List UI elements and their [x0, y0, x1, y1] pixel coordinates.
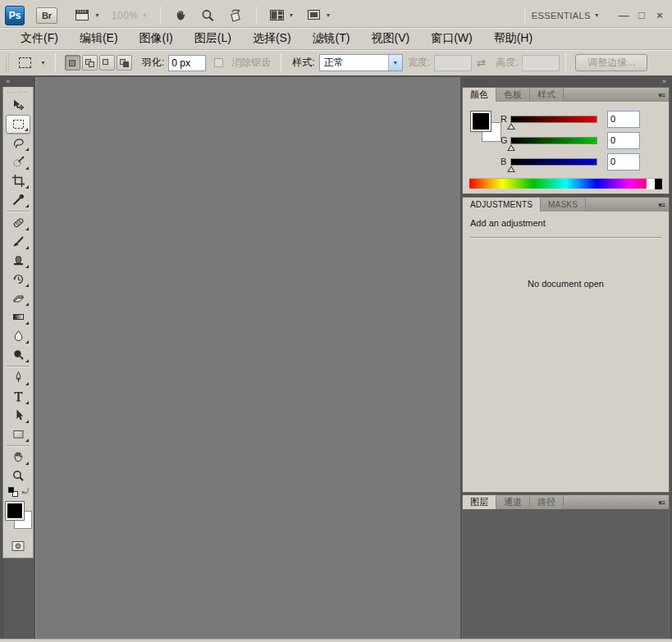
menu-edit[interactable]: 编辑(E) — [69, 29, 129, 48]
color-tabbar: 颜色 色板 样式 ▾≡ — [463, 88, 669, 102]
divider — [7, 366, 30, 367]
view-extras-button[interactable]: ▼ — [75, 8, 100, 22]
lasso-icon — [11, 136, 25, 150]
tab-color[interactable]: 颜色 — [463, 88, 496, 102]
quick-mask-button[interactable] — [6, 536, 30, 555]
hand-tool[interactable] — [6, 448, 30, 467]
blur-tool[interactable] — [6, 326, 30, 345]
crop-tool[interactable] — [6, 171, 30, 190]
rectangular-marquee-tool[interactable] — [6, 115, 30, 134]
default-colors-icon[interactable] — [8, 487, 14, 493]
chevron-down-icon: ▼ — [326, 12, 331, 18]
spot-healing-brush-tool[interactable] — [6, 213, 30, 232]
zoom-tool[interactable] — [6, 467, 30, 485]
blue-slider[interactable] — [510, 158, 597, 166]
rectangular-marquee-icon — [11, 117, 25, 131]
tab-layers[interactable]: 图层 — [463, 495, 496, 509]
white-swatch[interactable] — [647, 179, 655, 189]
brush-tool[interactable] — [6, 232, 30, 251]
gradient-tool[interactable] — [6, 307, 30, 326]
dock-collapse-bar[interactable]: » — [462, 77, 670, 87]
new-selection-button[interactable] — [65, 55, 80, 71]
swap-colors-icon[interactable]: ⤾ — [22, 486, 29, 496]
slider-thumb[interactable] — [507, 144, 515, 151]
menu-help[interactable]: 帮助(H) — [483, 29, 543, 48]
lasso-tool[interactable] — [6, 134, 30, 153]
type-tool[interactable] — [6, 387, 30, 406]
hand-tool-button[interactable] — [173, 8, 189, 23]
tab-paths[interactable]: 路径 — [530, 495, 564, 509]
swap-dimensions-icon[interactable]: ⇄ — [477, 57, 486, 69]
clone-stamp-icon — [11, 253, 25, 267]
panel-menu-icon[interactable]: ▾≡ — [658, 201, 669, 209]
restore-button[interactable]: □ — [634, 9, 649, 21]
quick-selection-tool[interactable] — [6, 153, 30, 171]
options-bar-grip[interactable] — [5, 53, 11, 73]
dodge-tool[interactable] — [6, 345, 30, 364]
path-selection-tool[interactable] — [6, 406, 30, 425]
zoom-tool-button[interactable] — [200, 8, 216, 23]
width-input[interactable] — [434, 55, 472, 71]
history-brush-tool[interactable] — [6, 270, 30, 289]
launch-bridge-button[interactable]: Br — [36, 7, 57, 24]
toolbox-grip[interactable] — [7, 89, 30, 94]
adjustments-panel-group: ADJUSTMENTS MASKS ▾≡ Add an adjustment N… — [462, 197, 670, 493]
green-slider[interactable] — [510, 137, 597, 144]
menu-layer[interactable]: 图层(L) — [184, 29, 242, 48]
rotate-view-button[interactable] — [227, 8, 244, 23]
menu-window[interactable]: 窗口(W) — [420, 29, 483, 48]
green-value-input[interactable] — [607, 132, 640, 149]
menu-file[interactable]: 文件(F) — [10, 29, 69, 48]
workspace-switcher[interactable]: ESSENTIALS ▼ — [532, 11, 600, 20]
subtract-from-selection-icon — [103, 59, 112, 67]
refine-edge-button[interactable]: 调整边缘... — [575, 54, 647, 71]
healing-brush-icon — [11, 216, 25, 230]
clone-stamp-tool[interactable] — [6, 251, 30, 270]
add-adjustment-label: Add an adjustment — [470, 218, 661, 228]
screen-mode-button[interactable]: ▼ — [306, 8, 331, 22]
foreground-color-swatch[interactable] — [470, 111, 491, 132]
feather-input[interactable] — [168, 55, 206, 71]
workspace-label: ESSENTIALS — [532, 11, 591, 20]
move-tool[interactable] — [6, 96, 30, 115]
menu-view[interactable]: 视图(V) — [360, 29, 420, 48]
red-value-input[interactable] — [607, 111, 640, 128]
crop-icon — [11, 174, 25, 188]
chevron-down-icon[interactable]: ▼ — [388, 55, 402, 71]
blue-value-input[interactable] — [607, 153, 640, 171]
application-bar: Ps Br ▼ 100% ▼ — [0, 0, 672, 27]
tab-swatches[interactable]: 色板 — [496, 88, 530, 102]
arrange-documents-button[interactable]: ▼ — [269, 8, 295, 22]
foreground-color-swatch[interactable] — [5, 501, 25, 521]
height-input[interactable] — [522, 55, 560, 71]
view-extras-icon — [75, 8, 91, 22]
tool-preset-picker[interactable]: ▼ — [16, 56, 49, 70]
pen-tool[interactable] — [6, 368, 30, 387]
panel-menu-icon[interactable]: ▾≡ — [658, 91, 669, 99]
menu-select[interactable]: 选择(S) — [242, 29, 302, 48]
black-swatch[interactable] — [655, 179, 662, 189]
tab-adjustments[interactable]: ADJUSTMENTS — [463, 198, 541, 212]
antialias-checkbox[interactable] — [214, 58, 223, 67]
menu-filter[interactable]: 滤镜(T) — [302, 29, 361, 48]
minimize-button[interactable]: — — [616, 9, 631, 21]
color-spectrum-ramp[interactable] — [469, 178, 662, 189]
red-slider[interactable] — [510, 116, 597, 123]
slider-thumb[interactable] — [507, 166, 515, 172]
add-to-selection-button[interactable] — [82, 55, 98, 71]
tools-collapse-bar[interactable]: » — [2, 77, 34, 87]
panel-menu-icon[interactable]: ▾≡ — [658, 499, 669, 507]
close-button[interactable]: × — [652, 9, 667, 21]
style-select[interactable]: 正常 ▼ — [319, 54, 403, 71]
eyedropper-tool[interactable] — [6, 190, 30, 209]
menu-image[interactable]: 图像(I) — [129, 29, 184, 48]
tab-channels[interactable]: 通道 — [496, 495, 530, 509]
subtract-from-selection-button[interactable] — [99, 55, 115, 71]
eraser-tool[interactable] — [6, 289, 30, 307]
tab-masks[interactable]: MASKS — [541, 198, 586, 212]
tab-styles[interactable]: 样式 — [530, 88, 564, 102]
intersect-selection-button[interactable] — [117, 55, 132, 71]
rectangle-tool[interactable] — [6, 425, 30, 444]
slider-thumb[interactable] — [507, 123, 515, 130]
dodge-icon — [11, 348, 25, 362]
